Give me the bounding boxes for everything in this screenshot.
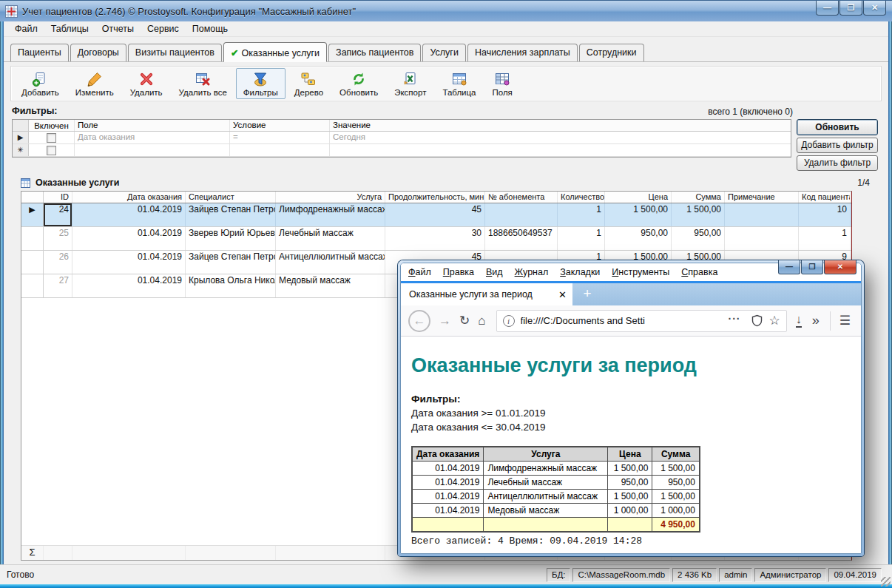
new-tab-button[interactable]: + bbox=[572, 283, 602, 305]
cell-date[interactable]: 01.04.2019 bbox=[72, 227, 186, 250]
grid-column-header-date[interactable]: Дата оказания bbox=[72, 192, 186, 203]
cell-specialist[interactable]: Зверев Юрий Юрьевич bbox=[186, 227, 276, 250]
cell-abonement[interactable] bbox=[485, 203, 558, 226]
home-icon[interactable]: ⌂ bbox=[478, 314, 485, 328]
filter-field-cell[interactable]: Дата оказания bbox=[75, 132, 230, 143]
cell-patient[interactable]: 1 bbox=[799, 227, 851, 250]
cell-note[interactable] bbox=[725, 227, 799, 250]
cell-service[interactable]: Лимфодренажный массаж bbox=[276, 203, 385, 226]
browser-menu-item-вид[interactable]: Вид bbox=[486, 267, 503, 277]
cell-qty[interactable]: 1 bbox=[558, 227, 605, 250]
menu-item-помощь[interactable]: Помощь bbox=[186, 22, 234, 36]
toolbar-button-изменить[interactable]: Изменить bbox=[68, 68, 121, 99]
address-bar[interactable]: i file:///C:/Documents and Setti ··· ☆ bbox=[496, 310, 787, 332]
cell-date[interactable]: 01.04.2019 bbox=[72, 274, 186, 297]
cell-id[interactable]: 27 bbox=[44, 274, 72, 297]
cell-specialist[interactable]: Зайцев Степан Петрович bbox=[186, 251, 276, 274]
filter-enabled-checkbox[interactable] bbox=[47, 146, 56, 155]
cell-id[interactable]: 26 bbox=[44, 251, 72, 274]
filter-field-cell[interactable] bbox=[75, 144, 230, 156]
cell-note[interactable] bbox=[725, 203, 799, 226]
filter-value-cell[interactable]: Сегодня bbox=[330, 132, 791, 143]
resize-grip[interactable] bbox=[881, 577, 891, 587]
add-filter-button[interactable]: Добавить фильтр bbox=[797, 138, 878, 153]
toolbar-button-удалить-все[interactable]: Удалить все bbox=[172, 68, 234, 99]
remove-filter-button[interactable]: Удалить фильтр bbox=[797, 155, 878, 171]
cell-service[interactable]: Антицеллюлитный массаж bbox=[276, 251, 385, 274]
refresh-icon[interactable]: ↻ bbox=[459, 313, 470, 328]
cell-sum[interactable]: 1 500,00 bbox=[672, 203, 725, 226]
grid-column-header-qty[interactable]: Количество bbox=[558, 192, 605, 203]
tab-сотрудники[interactable]: Сотрудники bbox=[579, 44, 644, 61]
table-row[interactable]: ▶2401.04.2019Зайцев Степан ПетровичЛимфо… bbox=[21, 203, 851, 227]
filter-value-cell[interactable] bbox=[330, 144, 791, 156]
menu-item-отчеты[interactable]: Отчеты bbox=[95, 22, 141, 36]
grid-column-header-abonement[interactable]: № абонемента bbox=[485, 192, 558, 203]
tab-визиты-пациентов[interactable]: Визиты пациентов bbox=[128, 44, 222, 61]
refresh-filters-button[interactable]: Обновить bbox=[797, 119, 878, 135]
grid-column-header-id[interactable]: ID bbox=[44, 192, 72, 203]
browser-tab[interactable]: Оказанные услуги за период ✕ bbox=[401, 283, 572, 305]
page-info-icon[interactable]: i bbox=[503, 315, 515, 327]
toolbar-button-экспорт[interactable]: Экспорт bbox=[387, 68, 433, 99]
grid-column-header-specialist[interactable]: Специалист bbox=[186, 192, 276, 203]
table-row[interactable]: 2501.04.2019Зверев Юрий ЮрьевичЛечебный … bbox=[21, 227, 851, 251]
tab-договоры[interactable]: Договоры bbox=[70, 44, 126, 61]
menu-item-таблицы[interactable]: Таблицы bbox=[44, 22, 95, 36]
maximize-button[interactable]: ❐ bbox=[839, 1, 862, 16]
grid-column-header-note[interactable]: Примечание bbox=[725, 192, 799, 203]
grid-column-header-duration[interactable]: Продолжительность, мин bbox=[385, 192, 485, 203]
browser-menu-item-файл[interactable]: Файл bbox=[408, 267, 431, 277]
grid-column-header-service[interactable]: Услуга bbox=[276, 192, 385, 203]
cell-abonement[interactable]: 1886650649537 bbox=[485, 227, 558, 250]
tab-запись-пациентов[interactable]: Запись пациентов bbox=[328, 44, 421, 61]
browser-menu-item-журнал[interactable]: Журнал bbox=[515, 267, 549, 277]
tab-услуги[interactable]: Услуги bbox=[422, 44, 465, 61]
cell-duration[interactable]: 45 bbox=[385, 203, 485, 226]
filter-enabled-checkbox[interactable] bbox=[47, 133, 56, 143]
minimize-button[interactable]: — bbox=[816, 1, 839, 16]
toolbar-button-удалить[interactable]: Удалить bbox=[123, 68, 170, 99]
filter-condition-cell[interactable]: = bbox=[230, 132, 330, 143]
overflow-icon[interactable]: » bbox=[812, 313, 820, 328]
cell-id[interactable]: 25 bbox=[44, 227, 72, 250]
filter-row[interactable]: ✳ bbox=[13, 144, 791, 157]
page-actions-icon[interactable]: ··· bbox=[728, 313, 740, 325]
cell-specialist[interactable]: Крылова Ольга Николаевна bbox=[186, 274, 276, 297]
toolbar-button-обновить[interactable]: Обновить bbox=[332, 68, 385, 99]
toolbar-button-таблица[interactable]: Таблица bbox=[435, 68, 483, 99]
toolbar-button-фильтры[interactable]: Фильтры bbox=[236, 68, 285, 99]
shield-icon[interactable] bbox=[751, 314, 763, 327]
cell-specialist[interactable]: Зайцев Степан Петрович bbox=[186, 203, 276, 226]
cell-date[interactable]: 01.04.2019 bbox=[72, 251, 186, 274]
download-icon[interactable]: ↓ bbox=[796, 314, 802, 328]
bookmark-star-icon[interactable]: ☆ bbox=[768, 314, 780, 327]
menu-hamburger-icon[interactable]: ☰ bbox=[839, 313, 851, 328]
browser-menu-item-инструменты[interactable]: Инструменты bbox=[612, 267, 669, 277]
cell-patient[interactable]: 10 bbox=[799, 203, 851, 226]
cell-id[interactable]: 24 bbox=[44, 203, 72, 226]
tab-пациенты[interactable]: Пациенты bbox=[10, 44, 69, 61]
browser-close-button[interactable]: ✕ bbox=[824, 260, 856, 274]
cell-service[interactable]: Медовый массаж bbox=[276, 274, 385, 297]
grid-column-header-price[interactable]: Цена bbox=[605, 192, 672, 203]
toolbar-button-поля[interactable]: Поля bbox=[485, 68, 520, 99]
cell-sum[interactable]: 950,00 bbox=[672, 227, 725, 250]
forward-icon[interactable]: → bbox=[439, 314, 451, 328]
cell-price[interactable]: 1 500,00 bbox=[605, 203, 672, 226]
toolbar-button-добавить[interactable]: Добавить bbox=[14, 68, 67, 99]
tab-начисления-зарплаты[interactable]: Начисления зарплаты bbox=[467, 44, 578, 61]
tab-close-icon[interactable]: ✕ bbox=[553, 289, 567, 300]
browser-menu-item-справка[interactable]: Справка bbox=[681, 267, 717, 277]
menu-item-файл[interactable]: Файл bbox=[8, 22, 44, 36]
cell-price[interactable]: 950,00 bbox=[605, 227, 672, 250]
grid-column-header-sum[interactable]: Сумма bbox=[672, 192, 725, 203]
tab-оказанные-услуги[interactable]: ✔Оказанные услуги bbox=[223, 42, 327, 62]
filter-row[interactable]: ▶Дата оказания=Сегодня bbox=[13, 132, 791, 144]
cell-qty[interactable]: 1 bbox=[558, 203, 605, 226]
cell-duration[interactable]: 30 bbox=[385, 227, 485, 250]
menu-item-сервис[interactable]: Сервис bbox=[141, 22, 186, 36]
back-icon[interactable]: ← bbox=[408, 310, 430, 332]
browser-maximize-button[interactable]: ❐ bbox=[801, 260, 823, 274]
cell-date[interactable]: 01.04.2019 bbox=[72, 203, 186, 226]
